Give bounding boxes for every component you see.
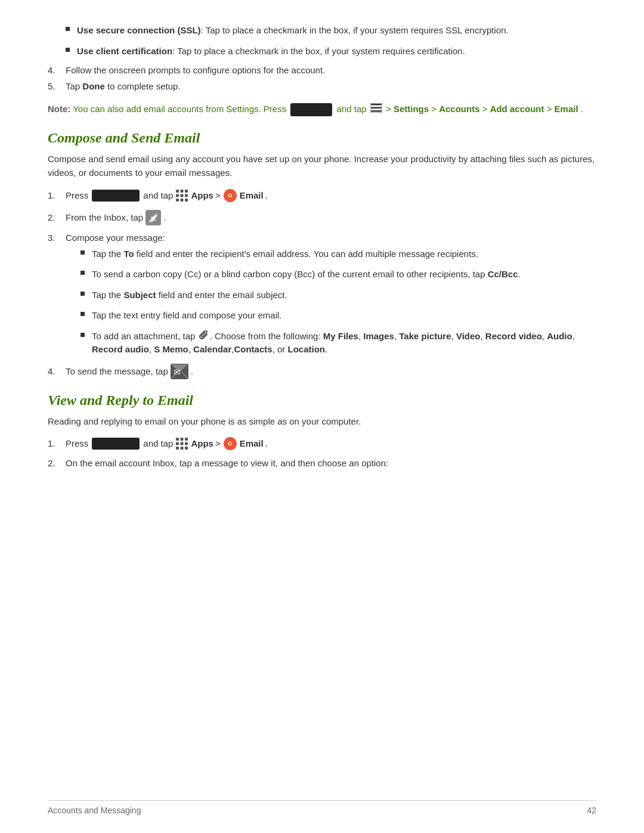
compose-step-4: 4. To send the message, tap ✉ . [48,364,596,379]
bullet-text: Use secure connection (SSL): Tap to plac… [77,24,596,38]
svg-rect-29 [185,442,188,445]
compose-heading: Compose and Send Email [48,130,596,146]
numbered-item-5: 5. Tap Done to complete setup. [48,81,596,91]
svg-rect-10 [181,194,184,197]
note-gt4: > [547,104,555,114]
step-number: 4. [48,366,66,376]
note-block: Note: You can also add email accounts fr… [48,102,596,117]
view-step-1: 1. Press and tap Apps > O Email . [48,436,596,451]
svg-rect-31 [181,447,184,450]
send-envelope-icon: ✉ [171,364,188,379]
and-tap-label: and tap [143,190,173,200]
sub-bullet-cc: To send a carbon copy (Cc) or a blind ca… [80,268,596,281]
gt-label: > [215,190,221,200]
compose-intro: Compose and send email using any account… [48,152,596,180]
period3: . [325,343,327,357]
top-bullets: Use secure connection (SSL): Tap to plac… [48,24,596,58]
step-text: Tap Done to complete setup. [66,81,181,91]
compose-step-2: 2. From the Inbox, tap ✎ . [48,210,596,225]
record-audio-bold: Record audio [92,343,149,357]
compose-step-1: 1. Press and tap Apps > O E [48,188,596,203]
location-bold: Location [287,343,325,357]
sub-bullet-attachment: To add an attachment, tap . Choose from … [80,330,596,357]
note-email: Email [555,104,578,114]
step-number: 2. [48,212,66,222]
press-label: Press [66,190,88,200]
svg-rect-24 [176,438,179,441]
press-label2: Press [66,438,88,448]
step-text: Follow the onscreen prompts to configure… [66,65,325,75]
or-text: , or [273,343,288,357]
press-button [290,103,332,117]
svg-rect-12 [176,199,179,202]
svg-rect-7 [181,190,184,193]
step-text: Compose your message: [66,233,165,243]
svg-rect-14 [185,199,188,202]
bullet-text: Tap the Subject field and enter the emai… [92,289,596,302]
svg-rect-1 [371,104,382,106]
step-number: 1. [48,190,66,200]
email-label-view: Email [240,438,264,448]
press-button-compose [92,190,140,202]
bullet-text: Tap the To field and enter the recipient… [92,247,596,261]
email-circle-icon: O [224,189,237,202]
apps-grid-icon-2 [175,436,189,451]
sub-bullet-to: Tap the To field and enter the recipient… [80,247,596,261]
svg-rect-9 [176,194,179,197]
note-gt3: > [482,104,490,114]
bullet-marker [66,48,70,52]
view-step-2: 2. On the email account Inbox, tap a mes… [48,458,596,468]
bullet-bold: Use client certification [77,46,172,56]
email-label-compose: Email [240,190,264,200]
audio-bold: Audio [547,330,572,343]
step-number: 5. [48,81,66,91]
send-text: To send the message, tap [66,366,168,376]
attachment-mid: . Choose from the following: [210,330,323,343]
video-bold: Video [456,330,481,343]
note-text: You can also add email accounts from Set… [73,104,289,114]
step-text: Press and tap Apps > O Email . [66,188,268,203]
svg-rect-30 [176,447,179,450]
svg-rect-25 [181,438,184,441]
bullet-item: Use secure connection (SSL): Tap to plac… [66,24,596,38]
step-number: 1. [48,438,66,448]
view-heading: View and Reply to Email [48,392,596,408]
svg-rect-2 [371,107,382,109]
step-text: From the Inbox, tap ✎ . [66,210,166,225]
press-button-view [92,438,140,450]
svg-rect-23 [100,439,131,447]
svg-rect-28 [181,442,184,445]
view-intro: Reading and replying to email on your ph… [48,414,596,428]
step-number: 3. [48,233,66,243]
images-bold: Images [363,330,394,343]
apps-label-view: Apps [191,438,213,448]
svg-rect-3 [371,110,382,112]
subject-bold: Subject [123,290,156,300]
period4: . [191,366,193,376]
note-add-account: Add account [490,104,544,114]
footer-right: 42 [587,806,596,815]
bullet-rest: : Tap to place a checkmark in the box, i… [201,25,509,35]
bullet-marker [66,27,70,31]
menu-icon [370,103,382,117]
from-inbox-text: From the Inbox, tap [66,212,143,222]
svg-rect-8 [185,190,188,193]
smemo-bold: S Memo [154,343,188,357]
svg-rect-11 [185,194,188,197]
bullet-marker [80,292,85,296]
period2: . [163,212,166,222]
bullet-marker [80,250,85,255]
note-period: . [581,104,583,114]
record-video-bold: Record video [485,330,542,343]
footer-left: Accounts and Messaging [48,806,141,815]
bullet-item: Use client certification: Tap to place a… [66,45,596,58]
note-gt1: > [386,104,394,114]
svg-rect-32 [185,447,188,450]
apps-grid-icon [175,188,189,203]
svg-rect-27 [176,442,179,445]
bullet-text: To send a carbon copy (Cc) or a blind ca… [92,268,596,281]
step-number: 4. [48,65,66,75]
gt-label2: > [215,438,221,448]
svg-rect-6 [176,190,179,193]
svg-text:✎: ✎ [150,215,157,224]
